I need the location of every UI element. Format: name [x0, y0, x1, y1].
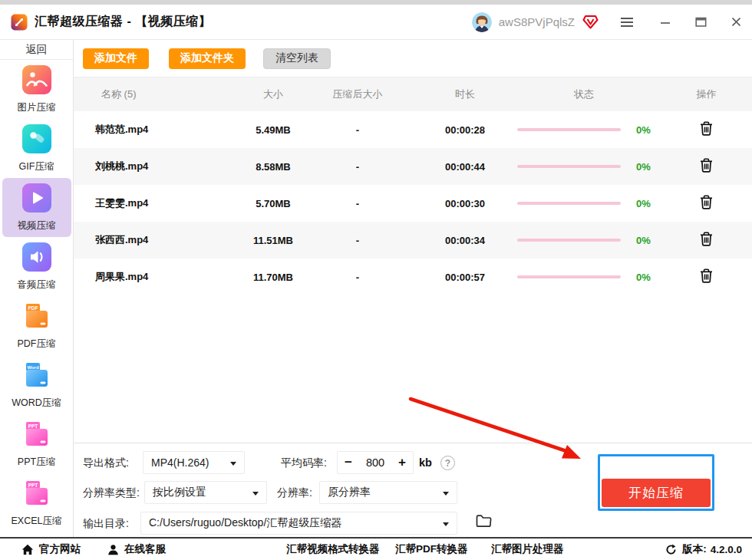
browse-folder-icon[interactable]	[476, 514, 492, 530]
column-header-size: 大小	[235, 87, 312, 101]
column-header-duration: 时长	[404, 87, 507, 101]
progress-percent: 0%	[636, 235, 651, 246]
table-row: 刘桃桃.mp4 8.58MB - 00:00:44 0%	[74, 148, 752, 185]
sidebar-item-audio-compress[interactable]: 音频压缩	[2, 237, 71, 296]
footer-link-pdf-converter[interactable]: 汇帮PDF转换器	[395, 539, 468, 560]
bitrate-decrease-button[interactable]: −	[338, 455, 359, 470]
back-button[interactable]: 返回	[0, 40, 73, 60]
vip-badge-icon	[582, 15, 599, 29]
duration: 00:00:28	[404, 124, 507, 136]
version-info: 版本: 4.2.0.0	[665, 539, 742, 560]
file-list: 韩范范.mp4 5.49MB - 00:00:28 0% 刘桃桃.mp4 8.5…	[74, 111, 752, 295]
delete-button[interactable]	[698, 193, 714, 213]
add-folder-button[interactable]: 添加文件夹	[169, 48, 246, 69]
minimize-icon[interactable]	[660, 18, 671, 27]
app-logo-icon	[11, 14, 28, 31]
bitrate-value-input[interactable]: 800	[359, 456, 391, 469]
clear-list-button[interactable]: 清空列表	[263, 48, 331, 69]
footer-link-video-converter[interactable]: 汇帮视频格式转换器	[286, 539, 380, 560]
delete-button[interactable]	[698, 120, 714, 140]
sidebar-item-label: WORD压缩	[12, 397, 61, 410]
table-row: 周果果.mp4 11.70MB - 00:00:57 0%	[74, 259, 752, 295]
svg-text:Word: Word	[27, 365, 39, 370]
column-header-compressed-size: 压缩后大小	[312, 87, 404, 101]
trash-icon	[700, 232, 713, 246]
delete-button[interactable]	[698, 267, 714, 287]
chevron-down-icon	[252, 492, 259, 496]
bitrate-increase-button[interactable]: +	[391, 455, 413, 470]
audio-compress-icon	[22, 242, 51, 275]
sidebar-item-gif-compress[interactable]: GIF压缩	[2, 119, 71, 178]
start-compress-button[interactable]: 开始压缩	[602, 479, 711, 507]
bitrate-label: 平均码率:	[281, 451, 327, 474]
sidebar-item-excel-compress[interactable]: PPT EXCEL压缩	[2, 473, 71, 532]
online-service-link[interactable]: 在线客服	[107, 539, 166, 560]
progress-percent: 0%	[636, 198, 651, 209]
sidebar: 返回 图片压缩	[0, 40, 74, 537]
version-value: 4.2.0.0	[711, 544, 742, 555]
version-label: 版本:	[682, 542, 707, 556]
chevron-down-icon	[443, 492, 449, 496]
export-format-select[interactable]: MP4(H.264)	[143, 451, 245, 474]
help-icon[interactable]: ?	[440, 456, 455, 470]
main-panel: 添加文件 添加文件夹 清空列表 名称 (5) 大小 压缩后大小 时长 状态 操作…	[74, 40, 752, 537]
sidebar-item-image-compress[interactable]: 图片压缩	[2, 60, 71, 119]
official-site-link[interactable]: 官方网站	[21, 539, 81, 560]
duration: 00:00:30	[404, 198, 507, 209]
sidebar-item-label: EXCEL压缩	[12, 515, 62, 528]
footer-link-image-processor[interactable]: 汇帮图片处理器	[491, 539, 564, 560]
trash-icon	[700, 121, 713, 136]
svg-text:PDF: PDF	[28, 305, 38, 311]
compressed-size: -	[312, 124, 404, 136]
output-dir-select[interactable]: C:/Users/ruguo/Desktop/汇帮超级压缩器	[140, 512, 457, 535]
progress-bar	[517, 165, 621, 169]
close-icon[interactable]	[731, 17, 741, 27]
resolution-select[interactable]: 原分辨率	[319, 481, 457, 504]
sidebar-item-label: 图片压缩	[18, 101, 56, 114]
progress-percent: 0%	[636, 161, 651, 173]
service-icon	[107, 544, 119, 555]
duration: 00:00:34	[404, 235, 507, 246]
file-name: 王雯雯.mp4	[74, 196, 235, 210]
sidebar-item-label: 音频压缩	[18, 278, 56, 292]
delete-button[interactable]	[698, 230, 714, 250]
sidebar-item-pdf-compress[interactable]: PDF PDF压缩	[2, 296, 71, 355]
toolbar: 添加文件 添加文件夹 清空列表	[74, 40, 752, 77]
sidebar-item-ppt-compress[interactable]: PPT PPT压缩	[2, 414, 71, 473]
sidebar-item-label: 视频压缩	[18, 219, 56, 232]
export-format-label: 导出格式:	[83, 451, 129, 474]
progress-bar	[517, 239, 621, 242]
sidebar-item-word-compress[interactable]: Word WORD压缩	[2, 355, 71, 414]
delete-button[interactable]	[698, 156, 714, 176]
settings-panel: 导出格式: MP4(H.264) 平均码率: − 800 + kb ? 分辨率类…	[74, 443, 752, 537]
titlebar: 汇帮超级压缩器 - 【视频压缩】 awS8PVjPqlsZ	[0, 5, 752, 40]
compressed-size: -	[312, 198, 404, 209]
maximize-icon[interactable]	[695, 17, 707, 27]
refresh-icon[interactable]	[665, 544, 677, 555]
bitrate-stepper: − 800 +	[337, 451, 414, 474]
file-size: 11.51MB	[235, 235, 312, 246]
trash-icon	[700, 268, 713, 283]
avatar[interactable]	[472, 12, 492, 32]
resolution-type-select[interactable]: 按比例设置	[144, 481, 267, 504]
file-size: 5.70MB	[235, 198, 312, 209]
username: awS8PVjPqlsZ	[499, 15, 575, 28]
image-compress-icon	[22, 65, 51, 97]
gif-compress-icon	[22, 124, 51, 156]
file-size: 5.49MB	[235, 124, 312, 136]
file-name: 韩范范.mp4	[74, 123, 235, 137]
app-window: 汇帮超级压缩器 - 【视频压缩】 awS8PVjPqlsZ	[0, 0, 752, 560]
progress-percent: 0%	[636, 272, 651, 283]
trash-icon	[700, 195, 713, 209]
progress-bar	[517, 202, 621, 206]
add-file-button[interactable]: 添加文件	[83, 48, 149, 69]
table-row: 张西西.mp4 11.51MB - 00:00:34 0%	[74, 222, 752, 259]
excel-compress-icon: PPT	[22, 479, 51, 511]
file-name: 刘桃桃.mp4	[74, 160, 235, 173]
chevron-down-icon	[230, 462, 236, 466]
output-dir-label: 输出目录:	[83, 512, 129, 535]
word-compress-icon: Word	[22, 361, 51, 393]
menu-icon[interactable]	[620, 17, 634, 28]
sidebar-item-video-compress[interactable]: 视频压缩	[2, 178, 71, 237]
svg-text:PPT: PPT	[28, 423, 38, 429]
